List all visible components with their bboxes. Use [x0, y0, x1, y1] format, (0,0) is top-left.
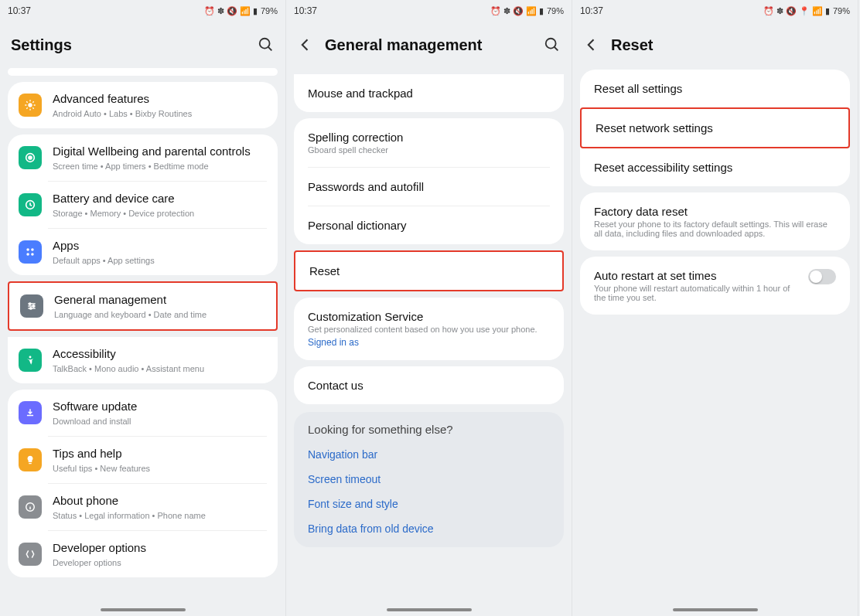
home-bar[interactable] — [387, 608, 472, 611]
row-wellbeing[interactable]: Digital Wellbeing and parental controls … — [8, 134, 278, 181]
tips-icon — [19, 448, 42, 471]
card-looking: Looking for something else? Navigation b… — [294, 412, 564, 547]
status-bar: 10:37 ⏰ ✽ 🔇 📶 ▮ 79% — [286, 0, 572, 22]
row-factory-reset[interactable]: Factory data reset Reset your phone to i… — [580, 192, 850, 250]
status-icons: ⏰ ✽ 🔇 📶 ▮ 79% — [490, 7, 564, 15]
developer-icon — [19, 543, 42, 566]
svg-point-7 — [31, 248, 34, 251]
link-navigation-bar[interactable]: Navigation bar — [294, 442, 564, 467]
title-bar: General management — [286, 22, 572, 68]
card-reset-options: Reset all settings Reset network setting… — [580, 70, 850, 186]
card-spell: Spelling correction Gboard spell checker… — [294, 118, 564, 244]
status-bar: 10:37 ⏰ ✽ 🔇 📶 ▮ 79% — [0, 0, 285, 22]
phone-general-management: 10:37 ⏰ ✽ 🔇 📶 ▮ 79% General management M… — [286, 0, 572, 616]
row-reset-accessibility[interactable]: Reset accessibility settings — [580, 148, 850, 186]
status-time: 10:37 — [8, 5, 31, 16]
svg-point-2 — [28, 103, 32, 107]
accessibility-icon — [19, 349, 42, 372]
wellbeing-icon — [19, 146, 42, 169]
svg-point-4 — [29, 156, 32, 159]
svg-point-8 — [26, 253, 29, 256]
looking-title: Looking for something else? — [294, 423, 564, 442]
page-title: Settings — [11, 36, 247, 54]
link-bring-data[interactable]: Bring data from old device — [294, 516, 564, 541]
page-title: General management — [325, 36, 533, 54]
row-reset-all[interactable]: Reset all settings — [580, 70, 850, 107]
home-bar[interactable] — [101, 608, 186, 611]
status-time: 10:37 — [294, 5, 317, 16]
settings-card-3-highlighted: General management Language and keyboard… — [8, 281, 278, 331]
about-icon — [19, 495, 42, 519]
phone-reset: 10:37 ⏰ ✽ 🔇 📍 📶 ▮ 79% Reset Reset all se… — [572, 0, 858, 616]
content: Reset all settings Reset network setting… — [572, 68, 858, 607]
status-time: 10:37 — [580, 5, 603, 16]
svg-point-14 — [32, 305, 34, 307]
card-auto-restart: Auto restart at set times Your phone wil… — [580, 257, 850, 315]
row-advanced-features[interactable]: Advanced features Android Auto • Labs • … — [8, 82, 278, 128]
row-passwords[interactable]: Passwords and autofill — [294, 168, 564, 206]
back-icon[interactable] — [583, 36, 600, 53]
card-reset-highlighted: Reset — [294, 250, 564, 291]
settings-card-4: Software update Download and install Tip… — [8, 390, 278, 577]
row-apps[interactable]: Apps Default apps • App settings — [8, 229, 278, 275]
row-software-update[interactable]: Software update Download and install — [8, 390, 278, 436]
status-icons: ⏰ ✽ 🔇 📍 📶 ▮ 79% — [763, 7, 850, 15]
apps-icon — [19, 240, 42, 264]
card-factory-reset: Factory data reset Reset your phone to i… — [580, 192, 850, 250]
svg-point-13 — [29, 303, 31, 305]
row-personal-dictionary[interactable]: Personal dictionary — [294, 206, 564, 244]
row-developer[interactable]: Developer options Developer options — [8, 531, 278, 577]
card-contact: Contact us — [294, 366, 564, 404]
row-accessibility[interactable]: Accessibility TalkBack • Mono audio • As… — [8, 337, 278, 383]
card-customization: Customization Service Get personalized c… — [294, 298, 564, 360]
row-mouse-trackpad[interactable]: Mouse and trackpad — [294, 74, 564, 112]
svg-line-21 — [555, 47, 558, 51]
svg-line-1 — [268, 47, 272, 51]
settings-card-2: Digital Wellbeing and parental controls … — [8, 134, 278, 275]
row-spelling[interactable]: Spelling correction Gboard spell checker — [294, 118, 564, 167]
title-bar: Settings — [0, 22, 285, 68]
content: Advanced features Android Auto • Labs • … — [0, 68, 285, 607]
link-screen-timeout[interactable]: Screen timeout — [294, 467, 564, 492]
svg-point-16 — [29, 356, 32, 358]
card-mouse: Mouse and trackpad — [294, 74, 564, 112]
row-about[interactable]: About phone Status • Legal information •… — [8, 484, 278, 530]
svg-point-6 — [26, 248, 29, 251]
svg-point-15 — [30, 308, 32, 309]
title-bar: Reset — [572, 22, 858, 68]
row-customization[interactable]: Customization Service Get personalized c… — [294, 298, 564, 360]
row-auto-restart[interactable]: Auto restart at set times Your phone wil… — [580, 257, 850, 315]
row-contact-us[interactable]: Contact us — [294, 366, 564, 404]
row-reset-network[interactable]: Reset network settings — [582, 109, 848, 147]
content: Mouse and trackpad Spelling correction G… — [286, 68, 572, 607]
search-icon[interactable] — [544, 36, 561, 53]
phone-settings: 10:37 ⏰ ✽ 🔇 📶 ▮ 79% Settings Advanced fe… — [0, 0, 286, 616]
row-tips[interactable]: Tips and help Useful tips • New features — [8, 437, 278, 483]
row-general-management[interactable]: General management Language and keyboard… — [9, 283, 276, 329]
status-bar: 10:37 ⏰ ✽ 🔇 📍 📶 ▮ 79% — [572, 0, 858, 22]
link-font-size[interactable]: Font size and style — [294, 492, 564, 516]
general-icon — [20, 294, 43, 318]
row-battery[interactable]: Battery and device care Storage • Memory… — [8, 182, 278, 228]
page-title: Reset — [611, 36, 847, 54]
row-reset[interactable]: Reset — [295, 252, 562, 290]
home-bar[interactable] — [673, 608, 758, 611]
row-reset-network-highlighted: Reset network settings — [580, 107, 850, 148]
svg-point-0 — [260, 39, 270, 49]
toggle-auto-restart[interactable] — [808, 269, 836, 284]
back-icon[interactable] — [297, 36, 314, 53]
advanced-icon — [19, 94, 42, 117]
battery-icon — [19, 193, 42, 216]
software-icon — [19, 401, 42, 424]
search-icon[interactable] — [258, 36, 275, 53]
svg-point-9 — [31, 253, 34, 256]
status-icons: ⏰ ✽ 🔇 📶 ▮ 79% — [204, 7, 278, 15]
settings-card-3b: Accessibility TalkBack • Mono audio • As… — [8, 337, 278, 383]
settings-card-1: Advanced features Android Auto • Labs • … — [8, 82, 278, 128]
svg-point-20 — [546, 39, 556, 49]
